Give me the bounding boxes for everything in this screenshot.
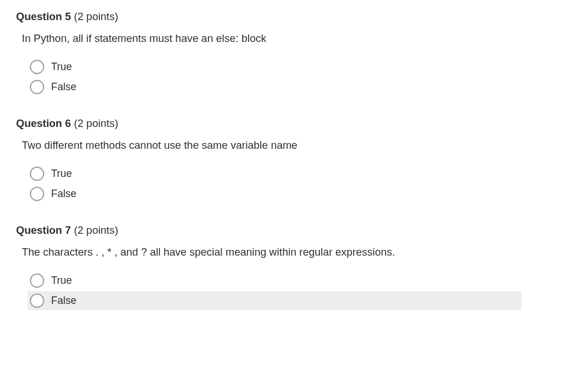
radio-icon[interactable] — [30, 167, 44, 181]
radio-icon[interactable] — [30, 273, 44, 288]
options-group: True False — [28, 164, 572, 203]
question-number: 7 — [65, 224, 71, 236]
option-label: True — [51, 168, 72, 180]
option-false[interactable]: False — [28, 184, 572, 203]
question-points: (2 points) — [74, 117, 118, 129]
option-label: False — [51, 188, 76, 200]
option-true[interactable]: True — [28, 57, 572, 76]
option-true[interactable]: True — [28, 164, 572, 183]
question-prompt: Two different methods cannot use the sam… — [22, 139, 572, 152]
radio-icon[interactable] — [30, 80, 44, 94]
question-block-6: Question 6 (2 points) Two different meth… — [16, 117, 572, 203]
question-header: Question 6 (2 points) — [16, 117, 572, 130]
option-label: False — [51, 81, 76, 93]
question-label: Question — [16, 10, 62, 22]
radio-icon[interactable] — [30, 187, 44, 201]
option-label: False — [51, 295, 76, 307]
options-group: True False — [28, 57, 572, 97]
options-group: True False — [28, 271, 572, 310]
option-label: True — [51, 275, 72, 287]
question-prompt: In Python, all if statements must have a… — [22, 32, 572, 45]
question-prompt: The characters . , * , and ? all have sp… — [22, 246, 572, 258]
option-false[interactable]: False — [28, 78, 572, 97]
option-true[interactable]: True — [28, 271, 572, 290]
question-number: 6 — [65, 117, 71, 129]
question-label: Question — [16, 224, 62, 236]
question-block-7: Question 7 (2 points) The characters . ,… — [16, 224, 572, 310]
question-points: (2 points) — [74, 224, 118, 236]
question-number: 5 — [65, 10, 71, 22]
question-header: Question 7 (2 points) — [16, 224, 572, 237]
question-points: (2 points) — [74, 10, 118, 22]
question-block-5: Question 5 (2 points) In Python, all if … — [16, 10, 572, 97]
option-false[interactable]: False — [28, 291, 521, 310]
radio-icon[interactable] — [30, 60, 44, 74]
radio-icon[interactable] — [30, 294, 44, 308]
question-header: Question 5 (2 points) — [16, 10, 572, 23]
option-label: True — [51, 61, 72, 73]
question-label: Question — [16, 117, 62, 129]
